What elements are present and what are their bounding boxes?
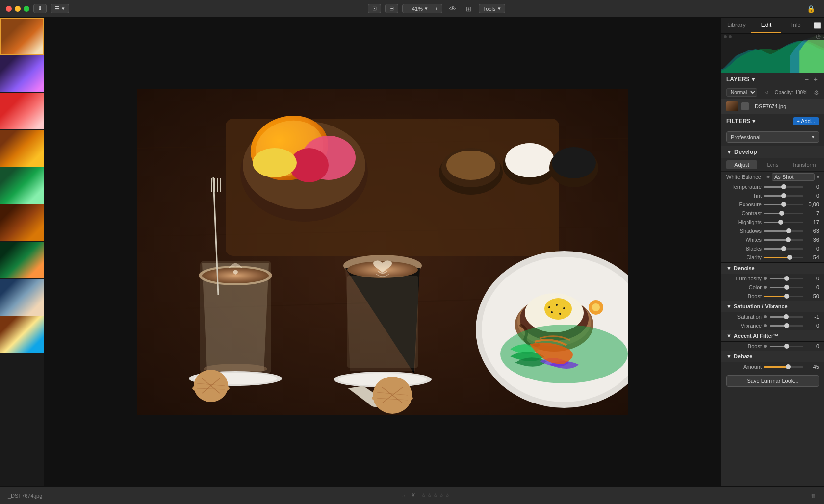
zoom-level[interactable]: 41%: [412, 6, 423, 12]
thumbnail-8[interactable]: [0, 279, 44, 316]
vibrance-slider[interactable]: [770, 325, 803, 327]
shadows-value: 63: [805, 228, 819, 234]
import-button[interactable]: ⬇: [33, 4, 47, 13]
thumbnail-5[interactable]: [0, 167, 44, 204]
develop-header[interactable]: ▼ Develop: [721, 146, 824, 158]
denoise-header[interactable]: ▼ Denoise: [721, 262, 824, 274]
accent-boost-dot: [764, 345, 767, 348]
crop-icon: ⊡: [372, 5, 377, 12]
svg-point-51: [556, 304, 558, 306]
contrast-row: Contrast -7: [721, 209, 824, 218]
trash-icon[interactable]: 🗑: [811, 493, 816, 499]
thumbnail-1[interactable]: [0, 18, 44, 55]
white-balance-select[interactable]: As Shot: [772, 173, 815, 181]
whites-slider[interactable]: [764, 239, 803, 241]
denoise-chevron-icon: ▼: [726, 265, 732, 271]
saturation-header[interactable]: ▼ Saturation / Vibrance: [721, 301, 824, 312]
luminosity-slider[interactable]: [770, 278, 803, 279]
accent-boost-slider[interactable]: [770, 346, 803, 347]
thumbnail-2[interactable]: [0, 55, 44, 92]
layer-gear-btn[interactable]: ⚙: [814, 89, 819, 96]
export-icon[interactable]: ⬜: [811, 18, 824, 33]
temperature-label: Temperature: [726, 184, 762, 190]
dehaze-amount-value: 45: [805, 364, 819, 370]
thumbnail-9[interactable]: [0, 316, 44, 353]
zoom-out-btn[interactable]: −: [407, 6, 410, 12]
adjust-tab[interactable]: Adjust: [726, 160, 757, 169]
highlights-row: Highlights -17: [721, 218, 824, 227]
transform-tab[interactable]: Transform: [788, 160, 819, 169]
eye-button[interactable]: 👁: [446, 4, 459, 14]
tools-label: Tools: [483, 6, 496, 12]
contrast-value: -7: [805, 210, 819, 216]
close-button[interactable]: [6, 6, 12, 12]
saturation-slider[interactable]: [770, 316, 803, 318]
professional-label: Professional: [731, 134, 761, 140]
minimize-button[interactable]: [15, 6, 21, 12]
svg-point-53: [551, 311, 553, 313]
wb-chevron-icon: ▾: [817, 175, 819, 180]
star-rating[interactable]: ☆☆☆☆☆: [421, 492, 451, 499]
luminosity-row: Luminosity 0: [721, 274, 824, 283]
maximize-button[interactable]: [24, 6, 29, 12]
eyedropper-icon[interactable]: ✒: [766, 175, 770, 180]
layers-add-btn[interactable]: +: [812, 76, 819, 83]
zoom-out-icon[interactable]: −: [430, 6, 433, 12]
exposure-slider[interactable]: [764, 204, 803, 205]
dehaze-amount-slider[interactable]: [764, 366, 803, 368]
develop-chevron-icon: ▼: [726, 149, 732, 155]
tools-button[interactable]: Tools ▾: [479, 4, 505, 13]
highlights-slider[interactable]: [764, 222, 803, 223]
layer-item[interactable]: _DSF7674.jpg: [721, 99, 824, 114]
lens-tab[interactable]: Lens: [757, 160, 788, 169]
zoom-in-icon[interactable]: +: [435, 6, 438, 12]
lock-button[interactable]: 🔒: [804, 4, 818, 14]
clarity-row: Clarity 54: [721, 253, 824, 262]
bottom-bar: _DSF7674.jpg ○ ✗ ☆☆☆☆☆ 🗑: [0, 486, 824, 504]
color-slider[interactable]: [770, 287, 803, 288]
layers-title: LAYERS: [726, 76, 750, 83]
library-tab[interactable]: Library: [721, 18, 751, 33]
boost-denoise-row: Boost 50: [721, 292, 824, 301]
boost-denoise-slider[interactable]: [764, 296, 803, 297]
thumbnail-6[interactable]: [0, 204, 44, 241]
blacks-slider[interactable]: [764, 248, 803, 250]
layer-controls: Normal ◁ Opacity: 100% ⚙: [721, 86, 824, 99]
layers-title-group: LAYERS ▾: [726, 76, 755, 83]
svg-point-56: [592, 303, 600, 311]
contrast-slider[interactable]: [764, 213, 803, 214]
thumbnail-3[interactable]: [0, 93, 44, 129]
saturation-indicator: [764, 315, 767, 318]
develop-section: ▼ Develop Adjust Lens Transform White Ba…: [721, 146, 824, 262]
info-tab[interactable]: Info: [781, 18, 811, 33]
svg-point-19: [552, 147, 596, 178]
accent-ai-header[interactable]: ▼ Accent AI Filter™: [721, 330, 824, 342]
compare-button[interactable]: ⊟: [385, 4, 398, 13]
tint-value: 0: [805, 193, 819, 199]
develop-title-label: Develop: [734, 149, 757, 155]
thumbnail-7[interactable]: [0, 242, 44, 278]
saturation-value: -1: [805, 314, 819, 320]
add-filter-btn[interactable]: + Add...: [793, 117, 819, 125]
compare-side-button[interactable]: ⊞: [463, 4, 475, 14]
save-luminar-look-btn[interactable]: Save Luminar Look...: [726, 375, 819, 387]
temperature-slider[interactable]: [764, 186, 803, 188]
saturation-label: Saturation: [726, 314, 762, 320]
thumbnail-4[interactable]: [0, 130, 44, 167]
clarity-slider[interactable]: [764, 257, 803, 258]
crop-button[interactable]: ⊡: [368, 4, 381, 13]
filters-header: FILTERS ▾ + Add...: [721, 114, 824, 128]
edit-tab[interactable]: Edit: [751, 18, 781, 33]
dehaze-header[interactable]: ▼ Dehaze: [721, 351, 824, 362]
shadows-slider[interactable]: [764, 230, 803, 232]
temperature-row: Temperature 0: [721, 182, 824, 191]
panel-tabs: Library Edit Info ⬜: [721, 18, 824, 34]
blend-mode-select[interactable]: Normal: [726, 88, 757, 97]
clarity-label: Clarity: [726, 254, 762, 260]
view-options-button[interactable]: ☰ ▾: [51, 4, 69, 13]
professional-selector[interactable]: Professional ▾: [726, 131, 819, 143]
layers-minimize-btn[interactable]: −: [803, 76, 810, 83]
flag-icon: ✗: [411, 492, 415, 499]
tint-slider[interactable]: [764, 195, 803, 197]
opacity-value: 100%: [795, 90, 808, 95]
